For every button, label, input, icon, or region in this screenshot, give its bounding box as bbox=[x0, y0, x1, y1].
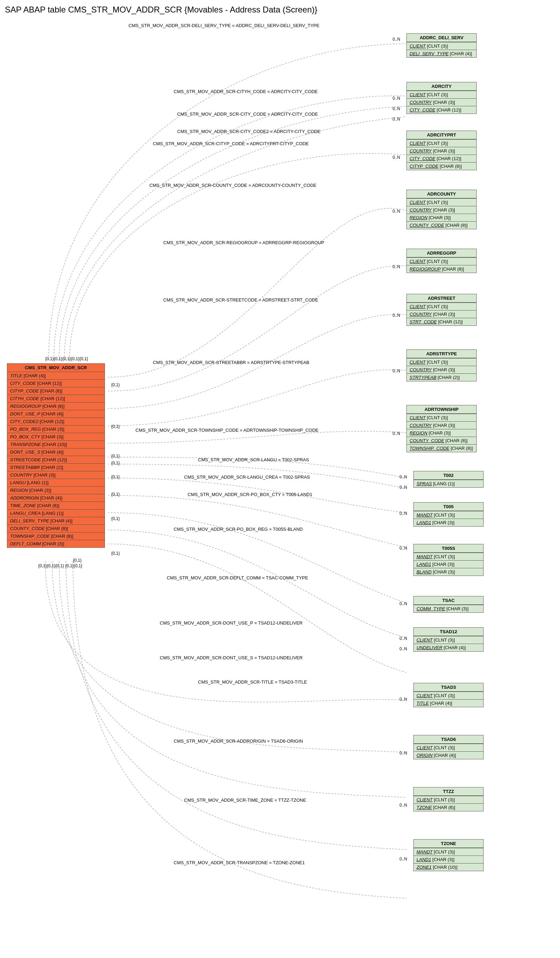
rel-label: CMS_STR_MOV_ADDR_SCR-PO_BOX_CTY = T005-L… bbox=[187, 492, 312, 497]
card-right: 0..N bbox=[393, 313, 400, 318]
rel-label: CMS_STR_MOV_ADDR_SCR-ADDRORIGIN = TSAD6-… bbox=[174, 739, 303, 744]
card-right: 0..N bbox=[393, 264, 400, 269]
card-top-cluster: {0,1}{0,1}{0,1}{0,1}{0,1} bbox=[45, 356, 88, 361]
entity-field: LANGU_CREA [LANG (1)] bbox=[7, 509, 105, 517]
entity-field: LAND1 [CHAR (3)] bbox=[414, 519, 483, 526]
card-left: {0,1} bbox=[111, 516, 120, 521]
entity-field: COUNTRY [CHAR (3)] bbox=[407, 147, 476, 155]
entity-field: CITYP_CODE [CHAR (8)] bbox=[407, 162, 476, 170]
entity-tsad6: TSAD6CLIENT [CLNT (3)]ORIGIN [CHAR (4)] bbox=[413, 735, 484, 759]
entity-title: T002 bbox=[414, 471, 483, 480]
rel-label: CMS_STR_MOV_ADDR_SCR-DELI_SERV_TYPE = AD… bbox=[128, 23, 319, 28]
entity-field: TRANSPZONE [CHAR (10)] bbox=[7, 441, 105, 448]
entity-field: COUNTY_CODE [CHAR (8)] bbox=[7, 525, 105, 532]
entity-title: ADRSTREET bbox=[407, 294, 476, 303]
entity-title: TSAD3 bbox=[414, 683, 483, 692]
entity-field: CITY_CODE [CHAR (12)] bbox=[407, 155, 476, 162]
entity-field: SPRAS [LANG (1)] bbox=[414, 480, 483, 487]
entity-field: TOWNSHIP_CODE [CHAR (8)] bbox=[407, 444, 476, 452]
entity-field: CLIENT [CLNT (3)] bbox=[407, 303, 476, 310]
entity-field: COUNTY_CODE [CHAR (8)] bbox=[407, 221, 476, 229]
entity-title: TTZZ bbox=[414, 787, 483, 796]
card-left: {0,1} bbox=[73, 558, 82, 563]
entity-field: CLIENT [CLNT (3)] bbox=[414, 744, 483, 751]
entity-field: CLIENT [CLNT (3)] bbox=[414, 692, 483, 699]
rel-label: CMS_STR_MOV_ADDR_SCR-DONT_USE_S = TSAD12… bbox=[160, 655, 303, 660]
entity-field: DONT_USE_S [CHAR (4)] bbox=[7, 448, 105, 456]
card-right: 0..N bbox=[400, 511, 407, 516]
entity-field: ORIGIN [CHAR (4)] bbox=[414, 751, 483, 759]
card-left: {0,1} bbox=[111, 454, 120, 458]
entity-title: TSAC bbox=[414, 596, 483, 605]
entity-field: STREETABBR [CHAR (2)] bbox=[7, 463, 105, 471]
entity-field: CLIENT [CLNT (3)] bbox=[407, 198, 476, 206]
entity-title: TZONE bbox=[414, 839, 483, 848]
entity-field: TITLE [CHAR (4)] bbox=[7, 372, 105, 379]
rel-label: CMS_STR_MOV_ADDR_SCR-DONT_USE_P = TSAD12… bbox=[160, 620, 303, 626]
card-right: 0..N bbox=[393, 117, 400, 122]
card-right: 0..N bbox=[400, 485, 407, 490]
entity-field: CLIENT [CLNT (3)] bbox=[414, 636, 483, 644]
entity-field: STRTYPEAB [CHAR (2)] bbox=[407, 373, 476, 381]
entity-title: ADRREGGRP bbox=[407, 249, 476, 257]
entity-field: UNDELIVER [CHAR (4)] bbox=[414, 644, 483, 651]
entity-adrstrtype: ADRSTRTYPECLIENT [CLNT (3)]COUNTRY [CHAR… bbox=[406, 349, 477, 381]
entity-field: CLIENT [CLNT (3)] bbox=[407, 257, 476, 265]
card-right: 0..N bbox=[393, 368, 400, 373]
entity-field: LAND1 [CHAR (3)] bbox=[414, 560, 483, 568]
rel-label: CMS_STR_MOV_ADDR_SCR-CITY_CODE = ADRCITY… bbox=[177, 111, 318, 117]
entity-ttzz: TTZZCLIENT [CLNT (3)]TZONE [CHAR (6)] bbox=[413, 787, 484, 811]
entity-title: TSAD12 bbox=[414, 628, 483, 636]
entity-field: TITLE [CHAR (4)] bbox=[414, 699, 483, 707]
entity-field: MANDT [CLNT (3)] bbox=[414, 511, 483, 519]
entity-field: STREETCODE [CHAR (12)] bbox=[7, 456, 105, 463]
entity-title: ADDRC_DELI_SERV bbox=[407, 34, 476, 42]
entity-field: CITY_CODE2 [CHAR (12)] bbox=[7, 417, 105, 425]
entity-field: DELI_SERV_TYPE [CHAR (4)] bbox=[7, 517, 105, 525]
entity-field: LANGU [LANG (1)] bbox=[7, 479, 105, 486]
entity-field: DELI_SERV_TYPE [CHAR (4)] bbox=[407, 50, 476, 57]
card-right: 0..N bbox=[400, 646, 407, 651]
entity-field: CLIENT [CLNT (3)] bbox=[407, 90, 476, 98]
entity-field: COMM_TYPE [CHAR (3)] bbox=[414, 605, 483, 612]
entity-adrtownship: ADRTOWNSHIPCLIENT [CLNT (3)]COUNTRY [CHA… bbox=[406, 405, 477, 452]
rel-label: CMS_STR_MOV_ADDR_SCR-COUNTY_CODE = ADRCO… bbox=[149, 183, 316, 188]
card-right: 0..N bbox=[400, 601, 407, 606]
rel-label: CMS_STR_MOV_ADDR_SCR-STREETCODE = ADRSTR… bbox=[163, 297, 318, 303]
rel-label: CMS_STR_MOV_ADDR_SCR-TITLE = TSAD3-TITLE bbox=[198, 679, 307, 685]
entity-field: COUNTRY [CHAR (3)] bbox=[7, 471, 105, 479]
rel-label: CMS_STR_MOV_ADDR_SCR-TRANSPZONE = TZONE-… bbox=[174, 860, 305, 865]
entity-field: TZONE [CHAR (6)] bbox=[414, 803, 483, 811]
entity-field: MANDT [CLNT (3)] bbox=[414, 553, 483, 560]
entity-field: CITY_CODE [CHAR (12)] bbox=[407, 106, 476, 114]
entity-field: CITYP_CODE [CHAR (8)] bbox=[7, 387, 105, 395]
card-right: 0..N bbox=[400, 546, 407, 550]
card-right: 0..N bbox=[393, 155, 400, 160]
entity-field: DONT_USE_P [CHAR (4)] bbox=[7, 410, 105, 417]
card-right: 0..N bbox=[393, 96, 400, 101]
card-right: 0..N bbox=[400, 751, 407, 755]
entity-title: TSAD6 bbox=[414, 735, 483, 744]
entity-t002: T002SPRAS [LANG (1)] bbox=[413, 471, 484, 488]
entity-addrc-deli-serv: ADDRC_DELI_SERVCLIENT [CLNT (3)]DELI_SER… bbox=[406, 33, 477, 58]
entity-field: PO_BOX_REG [CHAR (3)] bbox=[7, 425, 105, 433]
entity-field: REGION [CHAR (3)] bbox=[407, 429, 476, 437]
card-right: 0..N bbox=[400, 474, 407, 479]
entity-field: TIME_ZONE [CHAR (6)] bbox=[7, 501, 105, 509]
entity-title: ADRSTRTYPE bbox=[407, 350, 476, 358]
entity-adrreggrp: ADRREGGRPCLIENT [CLNT (3)]REGIOGROUP [CH… bbox=[406, 249, 477, 273]
entity-field: TOWNSHIP_CODE [CHAR (8)] bbox=[7, 532, 105, 540]
entity-field: COUNTRY [CHAR (3)] bbox=[407, 421, 476, 429]
entity-field: BLAND [CHAR (3)] bbox=[414, 568, 483, 576]
rel-label: CMS_STR_MOV_ADDR_SCR-TOWNSHIP_CODE = ADR… bbox=[135, 428, 319, 433]
entity-tsad12: TSAD12CLIENT [CLNT (3)]UNDELIVER [CHAR (… bbox=[413, 627, 484, 652]
rel-label: CMS_STR_MOV_ADDR_SCR-CITYH_CODE = ADRCIT… bbox=[174, 89, 318, 94]
entity-field: PO_BOX_CTY [CHAR (3)] bbox=[7, 433, 105, 441]
page-title: SAP ABAP table CMS_STR_MOV_ADDR_SCR {Mov… bbox=[5, 5, 560, 14]
entity-tzone: TZONEMANDT [CLNT (3)]LAND1 [CHAR (3)]ZON… bbox=[413, 839, 484, 871]
entity-field: CLIENT [CLNT (3)] bbox=[407, 414, 476, 421]
entity-t005: T005MANDT [CLNT (3)]LAND1 [CHAR (3)] bbox=[413, 502, 484, 527]
card-left: {0,1} bbox=[111, 424, 120, 429]
entity-adrcounty: ADRCOUNTYCLIENT [CLNT (3)]COUNTRY [CHAR … bbox=[406, 190, 477, 229]
rel-label: CMS_STR_MOV_ADDR_SCR-DEFLT_COMM = TSAC-C… bbox=[167, 575, 308, 581]
